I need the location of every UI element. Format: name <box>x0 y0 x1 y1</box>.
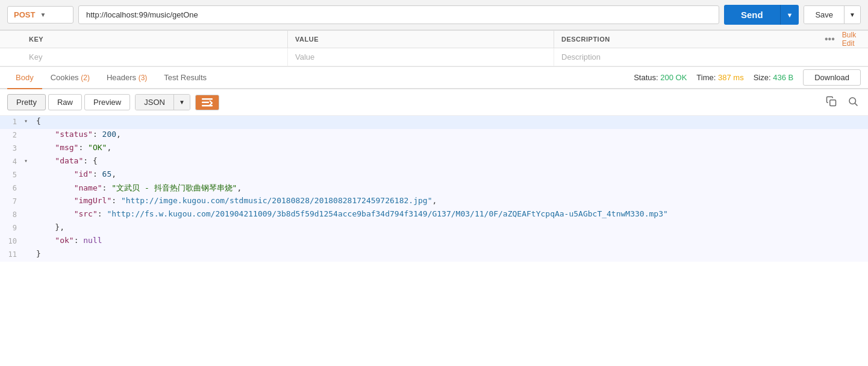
status-value: 200 OK <box>660 73 687 82</box>
code-line: 3 "msg": "OK", <box>0 142 868 156</box>
line-number: 7 <box>0 196 24 206</box>
line-toggle-icon <box>24 143 34 144</box>
cookies-badge: (2) <box>81 74 90 82</box>
line-toggle-icon[interactable]: ▾ <box>24 116 34 124</box>
line-toggle-icon <box>24 222 34 224</box>
line-toggle-icon[interactable]: ▾ <box>24 156 34 164</box>
tab-body[interactable]: Body <box>7 67 42 89</box>
save-button[interactable]: Save <box>804 6 844 24</box>
code-line: 2 "status": 200, <box>0 129 868 142</box>
method-value: POST <box>14 10 35 19</box>
desc-col-header: DESCRIPTION <box>554 31 820 48</box>
line-number: 4 <box>0 156 24 166</box>
svg-rect-1 <box>202 101 209 103</box>
pretty-button[interactable]: Pretty <box>7 94 46 110</box>
line-content: "msg": "OK", <box>34 143 868 152</box>
url-bar: POST ▼ Send ▼ Save ▼ <box>0 0 868 31</box>
line-number: 10 <box>0 236 24 245</box>
line-content: "name": "文武贝 - 抖音热门歌曲钢琴串烧", <box>34 183 868 194</box>
toolbar-right <box>823 95 861 110</box>
actions-col-header: ••• Bulk Edit <box>820 31 868 48</box>
value-input-placeholder[interactable]: Value <box>288 48 554 66</box>
tab-cookies[interactable]: Cookies (2) <box>42 67 98 89</box>
line-number: 8 <box>0 209 24 219</box>
row-actions <box>820 48 868 66</box>
line-content: "data": { <box>34 156 868 165</box>
line-content: "src": "http://fs.w.kugou.com/2019042110… <box>34 209 868 218</box>
svg-point-4 <box>849 98 856 104</box>
svg-line-5 <box>855 103 857 106</box>
code-line: 6 "name": "文武贝 - 抖音热门歌曲钢琴串烧", <box>0 182 868 195</box>
download-button[interactable]: Download <box>803 69 861 86</box>
code-line: 9 }, <box>0 222 868 235</box>
line-toggle-icon <box>24 169 34 171</box>
save-button-group: Save ▼ <box>804 5 861 24</box>
wrap-button[interactable] <box>195 95 219 110</box>
svg-rect-3 <box>830 99 836 106</box>
save-dropdown-button[interactable]: ▼ <box>844 6 860 24</box>
value-col-header: VALUE <box>288 31 554 48</box>
line-toggle-icon <box>24 183 34 184</box>
params-row: Key Value Description <box>0 48 868 66</box>
search-button[interactable] <box>845 95 861 110</box>
line-toggle-icon <box>24 130 34 131</box>
status-label: Status: 200 OK <box>634 73 687 82</box>
line-number: 11 <box>0 249 24 259</box>
key-input-placeholder[interactable]: Key <box>22 48 288 66</box>
raw-button[interactable]: Raw <box>48 94 82 110</box>
line-toggle-icon <box>24 209 34 210</box>
svg-rect-0 <box>202 98 213 100</box>
url-input[interactable] <box>78 5 719 24</box>
row-check <box>0 48 22 66</box>
line-toggle-icon <box>24 196 34 197</box>
check-col-header <box>0 31 22 48</box>
code-line: 4▾ "data": { <box>0 156 868 169</box>
response-meta: Status: 200 OK Time: 387 ms Size: 436 B … <box>634 69 861 86</box>
line-number: 6 <box>0 183 24 192</box>
params-table: KEY VALUE DESCRIPTION ••• Bulk Edit Key … <box>0 31 868 67</box>
line-number: 5 <box>0 169 24 179</box>
code-line: 10 "ok": null <box>0 235 868 248</box>
send-dropdown-button[interactable]: ▼ <box>780 5 799 25</box>
send-button-group: Send ▼ <box>724 5 799 25</box>
wrap-icon <box>202 98 213 107</box>
response-tabs-bar: Body Cookies (2) Headers (3) Test Result… <box>0 67 868 89</box>
size-value: 436 B <box>773 73 793 82</box>
json-dropdown-button[interactable]: ▼ <box>173 95 190 110</box>
time-label: Time: 387 ms <box>696 73 743 82</box>
json-button[interactable]: JSON <box>136 95 173 110</box>
more-icon[interactable]: ••• <box>825 34 835 45</box>
method-chevron-icon: ▼ <box>40 11 46 18</box>
copy-icon <box>826 96 837 107</box>
size-label: Size: 436 B <box>754 73 794 82</box>
send-button[interactable]: Send <box>724 5 780 25</box>
line-content: { <box>34 116 868 125</box>
tab-headers[interactable]: Headers (3) <box>98 67 155 89</box>
bulk-edit-button[interactable]: Bulk Edit <box>842 31 863 48</box>
params-header: KEY VALUE DESCRIPTION ••• Bulk Edit <box>0 31 868 48</box>
line-content: } <box>34 249 868 258</box>
preview-button[interactable]: Preview <box>84 94 130 110</box>
key-col-header: KEY <box>22 31 288 48</box>
code-line: 7 "imgUrl": "http://imge.kugou.com/stdmu… <box>0 195 868 209</box>
svg-rect-2 <box>202 105 213 107</box>
line-number: 3 <box>0 143 24 153</box>
line-number: 9 <box>0 222 24 232</box>
line-content: "ok": null <box>34 236 868 245</box>
json-format-group: JSON ▼ <box>135 94 190 110</box>
response-body-code: 1▾{2 "status": 200,3 "msg": "OK",4▾ "dat… <box>0 116 868 262</box>
method-selector[interactable]: POST ▼ <box>7 6 73 24</box>
line-content: "id": 65, <box>34 169 868 178</box>
headers-badge: (3) <box>139 74 148 82</box>
code-line: 11} <box>0 248 868 262</box>
desc-input-placeholder[interactable]: Description <box>554 48 820 66</box>
code-line: 8 "src": "http://fs.w.kugou.com/20190421… <box>0 209 868 222</box>
time-value: 387 ms <box>718 73 744 82</box>
line-content: "status": 200, <box>34 130 868 139</box>
code-line: 1▾{ <box>0 116 868 129</box>
line-number: 2 <box>0 130 24 139</box>
copy-button[interactable] <box>823 95 839 110</box>
line-toggle-icon <box>24 236 34 237</box>
tab-test-results[interactable]: Test Results <box>155 67 215 89</box>
line-toggle-icon <box>24 249 34 250</box>
